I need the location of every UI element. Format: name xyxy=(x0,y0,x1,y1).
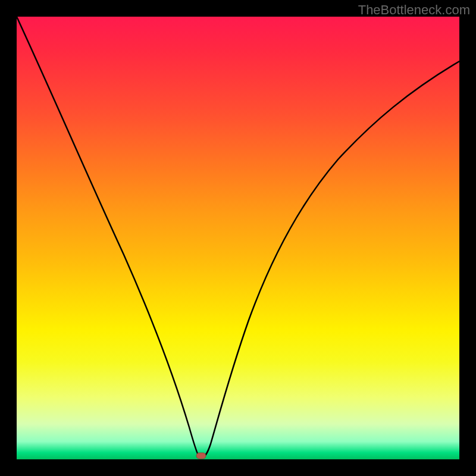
plot-area xyxy=(17,17,459,459)
curve-svg xyxy=(17,17,459,459)
bottleneck-curve-path xyxy=(17,17,459,457)
watermark-text: TheBottleneck.com xyxy=(358,2,470,18)
optimal-point-marker xyxy=(196,453,206,459)
chart-container: TheBottleneck.com xyxy=(0,0,476,476)
